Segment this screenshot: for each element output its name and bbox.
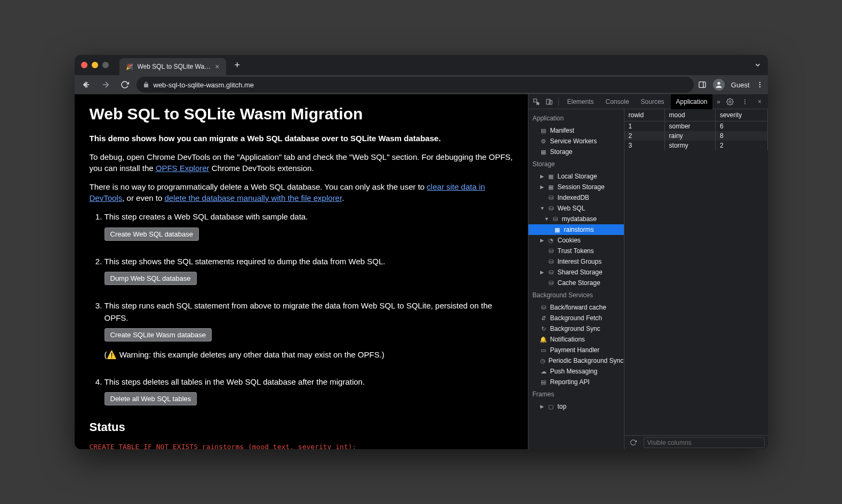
page-title: Web SQL to SQLite Wasm Migration bbox=[90, 105, 513, 123]
browser-tab[interactable]: 🎉 Web SQL to SQLite Wasm Migr × bbox=[119, 58, 226, 75]
sidebar-item-rainstorms[interactable]: ▦rainstorms bbox=[528, 224, 624, 235]
col-mood[interactable]: mood bbox=[664, 109, 715, 121]
database-icon: ⛁ bbox=[548, 205, 555, 212]
database-icon: ⛁ bbox=[548, 269, 555, 276]
tab-elements[interactable]: Elements bbox=[562, 94, 599, 109]
new-tab-button[interactable]: + bbox=[235, 60, 240, 71]
sidebar-item-notifications[interactable]: 🔔Notifications bbox=[528, 334, 624, 345]
document-icon: ▤ bbox=[540, 127, 547, 134]
database-icon: ⛁ bbox=[552, 216, 559, 223]
table-row[interactable]: 2rainy8 bbox=[624, 131, 768, 141]
tab-console[interactable]: Console bbox=[600, 94, 635, 109]
database-icon: ⛁ bbox=[548, 248, 555, 255]
svg-rect-11 bbox=[549, 100, 552, 104]
sidebar-item-manifest[interactable]: ▤Manifest bbox=[528, 125, 624, 136]
step-3: This step runs each SQL statement from a… bbox=[105, 300, 513, 361]
sidebar-item-bg-fetch[interactable]: ⇵Background Fetch bbox=[528, 313, 624, 323]
sidebar-item-push[interactable]: ☁Push Messaging bbox=[528, 366, 624, 377]
paragraph-debug: To debug, open Chrome DevTools on the "A… bbox=[90, 151, 513, 174]
bell-icon: 🔔 bbox=[540, 336, 547, 343]
profile-avatar-icon[interactable] bbox=[713, 79, 725, 91]
close-tab-icon[interactable]: × bbox=[215, 62, 219, 71]
minimize-window-button[interactable] bbox=[92, 62, 98, 68]
chevron-right-icon: ▶ bbox=[540, 184, 544, 190]
sidebar-item-trust-tokens[interactable]: ⛁Trust Tokens bbox=[528, 246, 624, 256]
kebab-icon[interactable] bbox=[739, 96, 751, 108]
url-text: web-sql-to-sqlite-wasm.glitch.me bbox=[154, 81, 254, 89]
chevron-right-icon: ▶ bbox=[540, 174, 544, 179]
sidebar-item-websql[interactable]: ▼⛁Web SQL bbox=[528, 203, 624, 214]
maximize-window-button[interactable] bbox=[102, 62, 109, 68]
visible-columns-input[interactable] bbox=[644, 437, 765, 448]
chevron-down-icon: ▼ bbox=[540, 206, 544, 211]
gear-icon[interactable] bbox=[724, 96, 736, 108]
address-bar: web-sql-to-sqlite-wasm.glitch.me Guest bbox=[75, 75, 768, 94]
sidebar-item-service-workers[interactable]: ⚙Service Workers bbox=[528, 136, 624, 147]
cookie-icon: ◔ bbox=[548, 237, 555, 244]
step-4: This steps deletes all tables in the Web… bbox=[105, 376, 513, 406]
sidebar-item-indexeddb[interactable]: ⛁IndexedDB bbox=[528, 192, 624, 203]
section-frames: Frames bbox=[528, 387, 624, 401]
svg-point-15 bbox=[744, 103, 745, 104]
sidebar-item-local-storage[interactable]: ▶▦Local Storage bbox=[528, 171, 624, 182]
table-icon: ▦ bbox=[548, 173, 555, 180]
table-icon: ▦ bbox=[548, 184, 555, 191]
sidebar-item-reporting[interactable]: ▤Reporting API bbox=[528, 377, 624, 387]
reload-button[interactable] bbox=[117, 77, 132, 92]
svg-point-12 bbox=[729, 101, 731, 103]
svg-point-5 bbox=[717, 82, 720, 85]
create-sqlite-button[interactable]: Create SQLite Wasm database bbox=[105, 328, 212, 342]
section-bg-services: Background Services bbox=[528, 288, 624, 302]
table-row[interactable]: 1somber6 bbox=[624, 121, 768, 132]
chevron-right-icon: ▶ bbox=[540, 238, 544, 243]
status-output: CREATE TABLE IF NOT EXISTS rainstorms (m… bbox=[90, 442, 513, 449]
back-button[interactable] bbox=[79, 77, 94, 92]
sidebar-item-bg-sync[interactable]: ↻Background Sync bbox=[528, 323, 624, 334]
forward-button[interactable] bbox=[98, 77, 113, 92]
col-severity[interactable]: severity bbox=[715, 109, 767, 121]
refresh-icon[interactable] bbox=[628, 437, 639, 449]
kebab-menu-icon[interactable] bbox=[756, 81, 764, 88]
status-heading: Status bbox=[90, 420, 513, 434]
tab-sources[interactable]: Sources bbox=[636, 94, 670, 109]
database-icon: ⛁ bbox=[540, 304, 547, 311]
sidebar-item-interest-groups[interactable]: ⛁Interest Groups bbox=[528, 256, 624, 267]
table-row[interactable]: 3stormy2 bbox=[624, 141, 768, 150]
tab-application[interactable]: Application bbox=[671, 94, 713, 109]
delete-tables-button[interactable]: Delete all Web SQL tables bbox=[105, 392, 197, 405]
device-toggle-icon[interactable] bbox=[543, 96, 555, 108]
sidebar-item-payment[interactable]: ▭Payment Handler bbox=[528, 345, 624, 355]
lock-icon bbox=[143, 82, 149, 88]
sidebar-item-back-forward-cache[interactable]: ⛁Back/forward cache bbox=[528, 302, 624, 313]
database-icon: ▦ bbox=[540, 149, 547, 156]
svg-point-7 bbox=[759, 84, 760, 85]
sidebar-item-cookies[interactable]: ▶◔Cookies bbox=[528, 235, 624, 246]
clock-icon: ◷ bbox=[540, 357, 546, 364]
sidebar-item-storage[interactable]: ▦Storage bbox=[528, 147, 624, 157]
opfs-explorer-link[interactable]: OPFS Explorer bbox=[156, 164, 210, 173]
page-subheading: This demo shows how you can migrate a We… bbox=[90, 134, 513, 143]
inspect-icon[interactable] bbox=[531, 96, 542, 108]
close-devtools-icon[interactable]: × bbox=[754, 96, 766, 108]
sidebar-item-session-storage[interactable]: ▶▦Session Storage bbox=[528, 182, 624, 192]
chevron-down-icon[interactable] bbox=[754, 61, 761, 69]
panel-icon[interactable] bbox=[698, 80, 707, 89]
database-icon: ⛁ bbox=[548, 258, 555, 265]
sidebar-item-periodic-sync[interactable]: ◷Periodic Background Sync bbox=[528, 355, 624, 366]
sidebar-item-top-frame[interactable]: ▶▢top bbox=[528, 401, 624, 412]
dump-websql-button[interactable]: Dump Web SQL database bbox=[105, 272, 197, 285]
sidebar-item-shared-storage[interactable]: ▶⛁Shared Storage bbox=[528, 267, 624, 278]
delete-db-manually-link[interactable]: delete the database manually with the fi… bbox=[164, 193, 342, 202]
database-icon: ⛁ bbox=[548, 280, 555, 287]
svg-point-14 bbox=[744, 101, 745, 102]
omnibox[interactable]: web-sql-to-sqlite-wasm.glitch.me bbox=[137, 77, 694, 93]
col-rowid[interactable]: rowid bbox=[624, 109, 665, 121]
database-icon: ⛁ bbox=[548, 194, 555, 201]
credit-card-icon: ▭ bbox=[540, 347, 547, 354]
more-tabs-icon[interactable]: » bbox=[715, 98, 723, 105]
sidebar-item-cache-storage[interactable]: ⛁Cache Storage bbox=[528, 278, 624, 288]
sidebar-item-mydatabase[interactable]: ▼⛁mydatabase bbox=[528, 214, 624, 224]
svg-rect-3 bbox=[699, 82, 705, 88]
create-websql-button[interactable]: Create Web SQL database bbox=[105, 227, 199, 241]
close-window-button[interactable] bbox=[81, 62, 87, 68]
